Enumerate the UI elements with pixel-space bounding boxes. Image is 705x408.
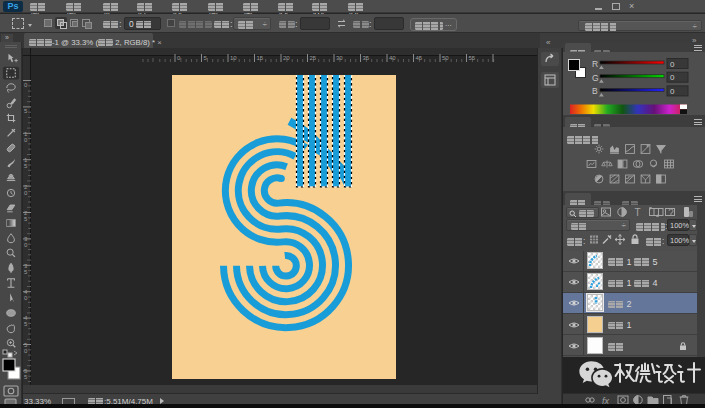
svg-text:B: B — [592, 86, 598, 96]
svg-text:0: 0 — [670, 60, 675, 69]
svg-text:0: 0 — [670, 87, 675, 96]
svg-text:T: T — [635, 207, 641, 218]
svg-text:G: G — [592, 73, 599, 83]
svg-text:0: 0 — [670, 73, 675, 82]
svg-text:R: R — [592, 59, 598, 69]
